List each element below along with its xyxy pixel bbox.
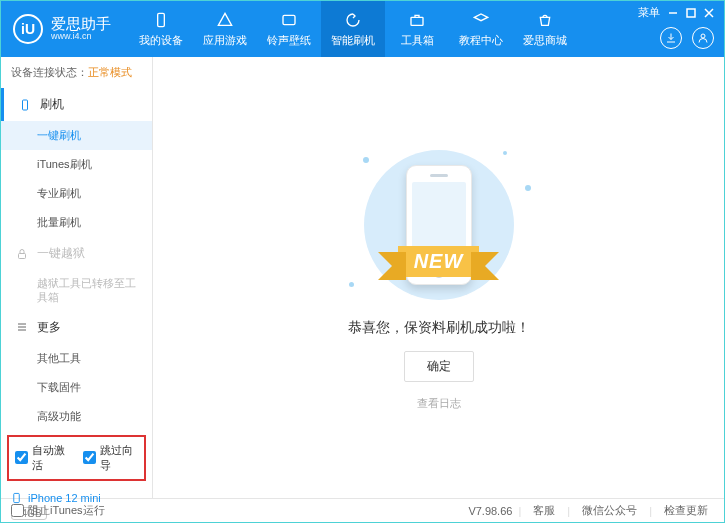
success-illustration: NEW [329,145,549,305]
device-icon [152,11,170,29]
section-title: 刷机 [40,96,64,113]
apps-icon [216,11,234,29]
flash-icon [344,11,362,29]
sidebar-section-flash[interactable]: 刷机 [1,88,152,121]
menu-button[interactable]: 菜单 [638,5,660,20]
svg-rect-8 [14,493,20,502]
checkbox-block-itunes[interactable]: 阻止iTunes运行 [11,503,105,518]
user-icon [697,32,709,44]
maximize-icon[interactable] [686,8,696,18]
connection-status: 设备连接状态：正常模式 [1,57,152,88]
store-icon [536,11,554,29]
confirm-button[interactable]: 确定 [404,351,474,382]
checkbox-input[interactable] [11,504,24,517]
download-button[interactable] [660,27,682,49]
toolbox-icon [408,11,426,29]
new-ribbon: NEW [398,246,480,277]
view-log-link[interactable]: 查看日志 [417,396,461,411]
jailbreak-note: 越狱工具已转移至工具箱 [1,270,152,311]
status-label: 设备连接状态： [11,66,88,78]
check-update-link[interactable]: 检查更新 [658,503,714,518]
nav-flash[interactable]: 智能刷机 [321,1,385,57]
phone-icon [18,98,32,112]
sidebar-item-pro-flash[interactable]: 专业刷机 [1,179,152,208]
nav-my-device[interactable]: 我的设备 [129,1,193,57]
checkbox-skip-guide[interactable]: 跳过向导 [83,443,139,473]
close-icon[interactable] [704,8,714,18]
more-icon [15,320,29,334]
nav-ringtones[interactable]: 铃声壁纸 [257,1,321,57]
support-link[interactable]: 客服 [527,503,561,518]
nav-label: 智能刷机 [331,33,375,48]
sidebar-section-more[interactable]: 更多 [1,311,152,344]
status-value: 正常模式 [88,66,132,78]
sidebar-item-oneclick-flash[interactable]: 一键刷机 [1,121,152,150]
nav-store[interactable]: 爱思商城 [513,1,577,57]
tutorial-icon [472,11,490,29]
logo-block: iU 爱思助手 www.i4.cn [1,14,123,44]
nav-label: 我的设备 [139,33,183,48]
nav-label: 铃声壁纸 [267,33,311,48]
checkbox-label: 自动激活 [32,443,71,473]
version-text: V7.98.66 [468,505,512,517]
section-title: 一键越狱 [37,245,85,262]
svg-point-5 [701,34,705,38]
nav-toolbox[interactable]: 工具箱 [385,1,449,57]
sidebar-item-advanced[interactable]: 高级功能 [1,402,152,431]
svg-rect-2 [411,17,423,25]
options-highlight-box: 自动激活 跳过向导 [7,435,146,481]
nav-apps[interactable]: 应用游戏 [193,1,257,57]
checkbox-label: 跳过向导 [100,443,139,473]
app-url: www.i4.cn [51,32,111,42]
section-title: 更多 [37,319,61,336]
checkbox-label: 阻止iTunes运行 [28,503,105,518]
svg-rect-1 [283,15,295,24]
sidebar: 设备连接状态：正常模式 刷机 一键刷机 iTunes刷机 专业刷机 批量刷机 一… [1,57,153,498]
logo-icon: iU [13,14,43,44]
device-name-text: iPhone 12 mini [28,492,101,504]
wechat-link[interactable]: 微信公众号 [576,503,643,518]
checkbox-input[interactable] [15,451,28,464]
checkbox-input[interactable] [83,451,96,464]
minimize-icon[interactable] [668,8,678,18]
svg-rect-7 [19,253,26,258]
nav-label: 工具箱 [401,33,434,48]
main-content: NEW 恭喜您，保资料刷机成功啦！ 确定 查看日志 [153,57,724,498]
download-icon [665,32,677,44]
sidebar-item-batch-flash[interactable]: 批量刷机 [1,208,152,237]
checkbox-auto-activate[interactable]: 自动激活 [15,443,71,473]
window-controls: 菜单 [628,1,724,24]
nav-label: 应用游戏 [203,33,247,48]
svg-rect-6 [23,100,28,110]
nav-tutorials[interactable]: 教程中心 [449,1,513,57]
svg-rect-0 [158,13,165,26]
user-button[interactable] [692,27,714,49]
sidebar-section-jailbreak: 一键越狱 [1,237,152,270]
wallpaper-icon [280,11,298,29]
svg-rect-4 [687,9,695,17]
lock-icon [15,247,29,261]
top-nav: 我的设备 应用游戏 铃声壁纸 智能刷机 工具箱 教程中心 爱思商城 [129,1,577,57]
app-header: iU 爱思助手 www.i4.cn 我的设备 应用游戏 铃声壁纸 智能刷机 工具… [1,1,724,57]
sidebar-item-itunes-flash[interactable]: iTunes刷机 [1,150,152,179]
nav-label: 教程中心 [459,33,503,48]
success-message: 恭喜您，保资料刷机成功啦！ [348,319,530,337]
nav-label: 爱思商城 [523,33,567,48]
sidebar-item-download-firmware[interactable]: 下载固件 [1,373,152,402]
app-name: 爱思助手 [51,16,111,33]
sidebar-item-other-tools[interactable]: 其他工具 [1,344,152,373]
